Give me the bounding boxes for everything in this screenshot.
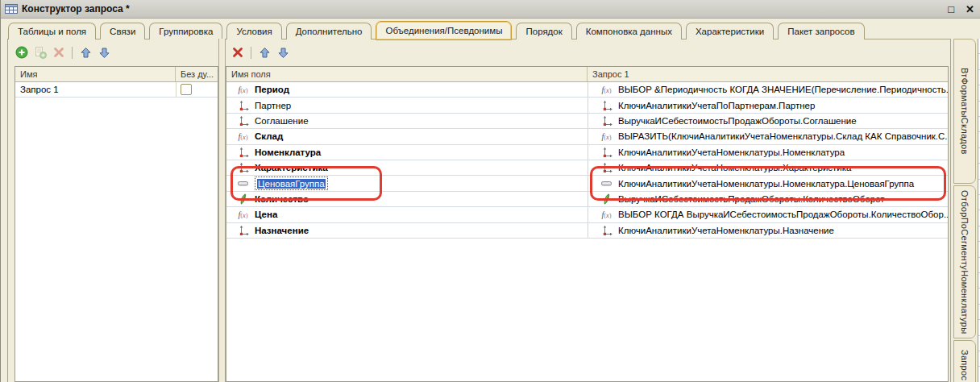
field-row[interactable]: f(x)Периодf(x)ВЫБОР &Периодичность КОГДА… [226, 82, 948, 98]
field-name-cell[interactable]: f(x)Период [226, 82, 588, 97]
query1-expression: ВЫРАЗИТЬ(КлючиАналитикиУчетаНоменклатуры… [618, 131, 948, 141]
no-duplicates-checkbox[interactable] [181, 84, 192, 95]
tab-Объединения/Псевдонимы[interactable]: Объединения/Псевдонимы [376, 21, 512, 40]
side-tab-Запрос пакета 3[interactable]: Запрос пакета 3 [953, 340, 976, 382]
field-row[interactable]: ЦеноваяГруппаКлючиАналитикиУчетаНоменкла… [226, 176, 948, 191]
tab-Пакет запросов[interactable]: Пакет запросов [778, 23, 864, 39]
query1-cell[interactable]: ВыручкаИСебестоимостьПродажОбороты.Согла… [588, 114, 948, 128]
tab-Компоновка данных[interactable]: Компоновка данных [576, 23, 682, 39]
move-up-button[interactable] [258, 46, 272, 60]
query1-expression: ВыручкаИСебестоимостьПродажОбороты.Колич… [618, 194, 885, 204]
add-button[interactable] [15, 46, 28, 60]
column-header-query1[interactable]: Запрос 1 [588, 67, 948, 81]
tab-Порядок[interactable]: Порядок [516, 23, 571, 39]
close-button[interactable]: ✕ [965, 4, 974, 15]
tab-Таблицы и поля[interactable]: Таблицы и поля [8, 23, 96, 39]
field-name-cell[interactable]: Партнер [226, 98, 588, 112]
dimension-icon [600, 115, 613, 127]
tab-Характеристики[interactable]: Характеристики [686, 23, 774, 39]
dimension-icon [600, 147, 613, 158]
tab-Условия[interactable]: Условия [226, 23, 281, 39]
query1-cell[interactable]: КлючиАналитикиУчетаНоменклатуры.Характер… [588, 160, 948, 175]
move-up-button[interactable] [79, 46, 93, 60]
field-name-cell[interactable]: f(x)Склад [226, 129, 588, 143]
tab-Группировка[interactable]: Группировка [149, 23, 222, 39]
query1-cell[interactable]: КлючиАналитикиУчетаНоменклатуры.Номенкла… [588, 176, 948, 190]
query-row[interactable]: Запрос 1 [15, 82, 218, 98]
toolbar-separator [251, 47, 251, 59]
delete-button[interactable] [230, 46, 244, 60]
query1-expression: КлючиАналитикиУчетаНоменклатуры.Назначен… [618, 226, 834, 235]
field-row[interactable]: СоглашениеВыручкаИСебестоимостьПродажОбо… [226, 114, 948, 129]
dimension-icon [236, 115, 250, 127]
title-bar: Конструктор запроса * □ ✕ [1, 0, 980, 19]
formula-icon: f(x) [600, 132, 613, 141]
formula-icon: f(x) [236, 210, 250, 219]
column-header-no-duplicates[interactable]: Без ду... [176, 67, 218, 81]
formula-icon: f(x) [236, 85, 250, 94]
toolbar-separator [72, 47, 73, 59]
fields-table-body: f(x)Периодf(x)ВЫБОР &Периодичность КОГДА… [226, 82, 948, 239]
move-down-button[interactable] [98, 46, 111, 60]
resource-icon [600, 193, 613, 205]
side-tab-ОтборПоСегментуНоменклатуры[interactable]: ОтборПоСегментуНоменклатуры [953, 185, 976, 338]
query1-cell[interactable]: f(x)ВЫРАЗИТЬ(КлючиАналитикиУчетаНоменкла… [588, 129, 948, 143]
dimension-icon [236, 147, 250, 158]
field-name-cell[interactable]: Количество [226, 192, 588, 206]
dash-icon [600, 181, 613, 187]
field-name: Склад [255, 131, 283, 141]
dimension-icon [236, 162, 250, 173]
field-name-cell[interactable]: Назначение [226, 223, 588, 238]
field-row[interactable]: НазначениеКлючиАналитикиУчетаНоменклатур… [226, 223, 948, 239]
field-row[interactable]: ПартнерКлючиАналитикиУчетаПоПартнерам.Па… [226, 98, 948, 113]
query1-expression: КлючиАналитикиУчетаНоменклатуры.Номенкла… [618, 147, 845, 157]
query1-cell[interactable]: ВыручкаИСебестоимостьПродажОбороты.Колич… [588, 192, 948, 206]
dimension-icon [600, 162, 613, 173]
formula-icon: f(x) [600, 85, 613, 94]
tab-Связи[interactable]: Связи [100, 23, 145, 39]
query1-cell[interactable]: f(x)ВЫБОР &Периодичность КОГДА ЗНАЧЕНИЕ(… [588, 82, 948, 97]
field-name-cell[interactable]: Соглашение [226, 114, 588, 128]
field-name: Партнер [255, 101, 291, 110]
field-row[interactable]: f(x)Ценаf(x)ВЫБОР КОГДА ВыручкаИСебестои… [226, 207, 948, 222]
window-title: Конструктор запроса * [22, 3, 130, 15]
fields-toolbar [230, 44, 290, 61]
formula-icon: f(x) [236, 132, 250, 141]
delete-button [52, 46, 65, 60]
field-name-cell[interactable]: f(x)Цена [226, 207, 588, 222]
field-row[interactable]: ХарактеристикаКлючиАналитикиУчетаНоменкл… [226, 160, 948, 176]
field-name-editor[interactable]: ЦеноваяГруппа [255, 176, 328, 190]
query1-cell[interactable]: КлючиАналитикиУчетаНоменклатуры.Назначен… [588, 223, 948, 238]
query1-cell[interactable]: f(x)ВЫБОР КОГДА ВыручкаИСебестоимостьПро… [588, 207, 948, 222]
dimension-icon [600, 225, 613, 236]
query-list-header: Имя Без ду... [15, 67, 218, 82]
query1-cell[interactable]: КлючиАналитикиУчетаПоПартнерам.Партнер [588, 98, 948, 112]
panel-splitter[interactable] [218, 39, 226, 382]
column-header-name[interactable]: Имя [15, 67, 176, 81]
query1-expression: КлючиАналитикиУчетаПоПартнерам.Партнер [618, 101, 815, 110]
field-name: Период [255, 85, 289, 94]
field-row[interactable]: НоменклатураКлючиАналитикиУчетаНоменклат… [226, 145, 948, 160]
field-name-cell[interactable]: ЦеноваяГруппа [226, 176, 588, 190]
side-tab-ВтФорматыСкладов[interactable]: ВтФорматыСкладов [953, 39, 976, 184]
maximize-button[interactable]: □ [948, 4, 954, 15]
dash-icon [236, 181, 250, 187]
field-name-cell[interactable]: Характеристика [226, 160, 588, 175]
field-name-cell[interactable]: Номенклатура [226, 145, 588, 160]
query-name[interactable]: Запрос 1 [15, 82, 176, 97]
move-down-button[interactable] [276, 46, 290, 60]
tab-Дополнительно[interactable]: Дополнительно [286, 23, 372, 39]
query1-cell[interactable]: КлючиАналитикиУчетаНоменклатуры.Номенкла… [588, 145, 948, 160]
query-list-toolbar [15, 44, 111, 61]
column-header-field-name[interactable]: Имя поля [226, 67, 588, 81]
field-name: Количество [255, 194, 309, 204]
add-copy-button [33, 46, 47, 60]
no-duplicates-cell [176, 82, 218, 97]
field-name: Назначение [255, 226, 309, 235]
query1-expression: ВЫБОР КОГДА ВыручкаИСебестоимостьПродажО… [618, 210, 948, 219]
fields-table-header: Имя поля Запрос 1 [226, 67, 948, 82]
query-builder-icon [5, 3, 18, 15]
field-row[interactable]: f(x)Складf(x)ВЫРАЗИТЬ(КлючиАналитикиУчет… [226, 129, 948, 144]
field-row[interactable]: КоличествоВыручкаИСебестоимостьПродажОбо… [226, 192, 948, 207]
field-name: Номенклатура [255, 147, 321, 157]
